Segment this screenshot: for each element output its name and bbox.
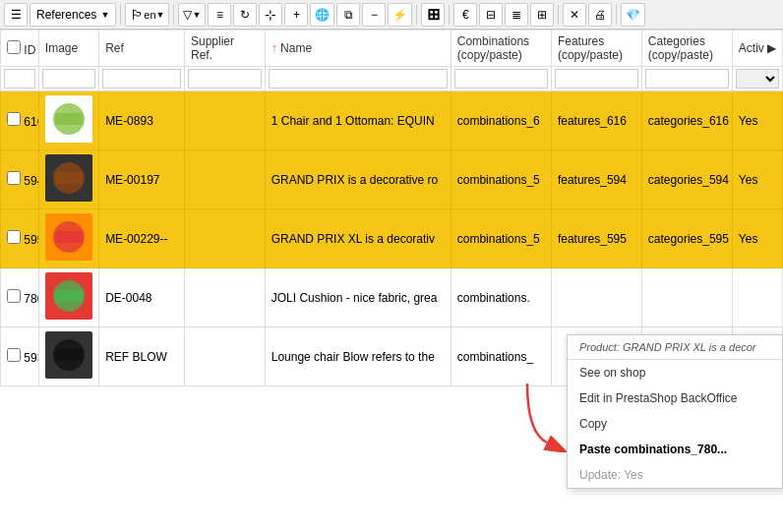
euro-button[interactable]: €	[453, 3, 477, 27]
row-id: 594	[24, 174, 38, 188]
cell-supplier-ref	[184, 150, 265, 209]
filter-feat-input[interactable]	[555, 69, 638, 89]
cell-features: features_616	[551, 91, 641, 150]
cursor-icon: ⊹	[265, 7, 276, 23]
context-menu-item-3[interactable]: Paste combinations_780...	[568, 437, 782, 462]
cell-active: Yes	[732, 209, 782, 268]
row-checkbox[interactable]	[7, 171, 21, 185]
sep3	[416, 5, 417, 25]
row-checkbox[interactable]	[7, 230, 21, 244]
col-header-supplier-ref[interactable]: Supplier Ref.	[184, 30, 265, 67]
col-header-features[interactable]: Features (copy/paste)	[551, 30, 641, 67]
product-thumbnail	[45, 154, 92, 202]
row-checkbox[interactable]	[7, 289, 21, 303]
col-header-combinations[interactable]: Combinations (copy/paste)	[451, 30, 551, 67]
sep4	[449, 5, 450, 25]
grid-add-button[interactable]: ⊞	[421, 3, 445, 27]
filter-arrow: ▼	[192, 10, 201, 20]
row-id: 593	[24, 351, 38, 365]
cell-ref: ME-00229--	[99, 209, 185, 268]
sort-asc-icon: ↑	[271, 41, 280, 55]
context-menu-item-1[interactable]: Edit in PrestaShop BackOffice	[568, 385, 782, 411]
gem-button[interactable]: 💎	[621, 3, 645, 27]
add-button[interactable]: +	[284, 3, 308, 27]
table-button[interactable]: ⊟	[479, 3, 503, 27]
lang-label: en	[144, 9, 155, 21]
col-header-image[interactable]: Image	[38, 30, 98, 67]
list-button[interactable]: ≣	[505, 3, 528, 27]
flag-button[interactable]: 🏳 en ▼	[125, 3, 169, 27]
filter-active-select[interactable]	[736, 69, 779, 89]
cell-name: GRAND PRIX is a decorative ro	[265, 150, 451, 209]
cell-ref: REF BLOW	[99, 327, 185, 386]
cell-name: Lounge chair Blow refers to the	[265, 327, 451, 386]
filter2-button[interactable]: ≡	[208, 3, 231, 27]
copy-button[interactable]: ⧉	[336, 3, 360, 27]
cell-supplier-ref	[184, 91, 265, 150]
select-all-checkbox[interactable]	[7, 40, 21, 54]
minus-button[interactable]: −	[362, 3, 386, 27]
references-dropdown[interactable]: References ▼	[30, 3, 116, 27]
row-checkbox[interactable]	[7, 348, 21, 362]
col-header-name[interactable]: ↑ Name	[265, 30, 451, 67]
filter-cat-input[interactable]	[645, 69, 729, 89]
svg-rect-11	[55, 290, 83, 302]
col-header-id[interactable]: ID	[1, 30, 39, 67]
menu-button[interactable]: ☰	[4, 3, 28, 27]
svg-rect-14	[55, 349, 83, 361]
select-button[interactable]: ⊹	[259, 3, 282, 27]
cell-combinations: combinations_5	[451, 150, 551, 209]
cell-name: JOLI Cushion - nice fabric, grea	[265, 268, 451, 327]
product-image	[45, 154, 92, 202]
cell-categories: categories_595	[641, 209, 732, 268]
col-scroll-right[interactable]: ▶	[767, 41, 776, 55]
lightning-button[interactable]: ⚡	[388, 3, 412, 27]
svg-rect-5	[55, 172, 83, 184]
row-checkbox[interactable]	[7, 112, 21, 126]
product-thumbnail	[45, 331, 92, 379]
filter-comb-input[interactable]	[454, 69, 548, 89]
cell-combinations: combinations_	[451, 327, 551, 386]
product-thumbnail	[45, 213, 92, 261]
cell-combinations: combinations_6	[451, 91, 551, 150]
table-container: ID Image Ref Supplier Ref. ↑ Name Combin…	[0, 30, 783, 532]
col-header-active[interactable]: Activ ▶	[732, 30, 782, 67]
refresh-button[interactable]: ↻	[233, 3, 257, 27]
filter-name-input[interactable]	[269, 69, 448, 89]
cell-categories	[641, 268, 732, 327]
table-row[interactable]: 595 ME-00229--GRAND PRIX XL is a decorat…	[1, 209, 783, 268]
cell-image	[38, 209, 98, 268]
context-menu-item-0[interactable]: See on shop	[568, 360, 782, 385]
sep2	[173, 5, 174, 25]
globe-button[interactable]: 🌐	[310, 3, 334, 27]
cell-ref: DE-0048	[99, 268, 185, 327]
sep5	[558, 5, 559, 25]
filter-button[interactable]: ▽ ▼	[178, 3, 206, 27]
cell-ref: ME-00197	[99, 150, 185, 209]
cell-image	[38, 268, 98, 327]
cell-id: 594	[1, 150, 39, 209]
table-row[interactable]: 594 ME-00197GRAND PRIX is a decorative r…	[1, 150, 783, 209]
filter-icon: ▽	[183, 8, 192, 22]
filter-supref-cell	[184, 67, 265, 91]
row-id: 595	[24, 233, 38, 247]
cell-id: 595	[1, 209, 39, 268]
col-header-ref[interactable]: Ref	[99, 30, 185, 67]
cell-categories: categories_594	[641, 150, 732, 209]
filter-img-input[interactable]	[42, 69, 95, 89]
filter-feat-cell	[551, 67, 641, 91]
context-menu-item-2[interactable]: Copy	[568, 411, 782, 437]
table-row[interactable]: 780 DE-0048JOLI Cushion - nice fabric, g…	[1, 268, 783, 327]
print-button[interactable]: 🖨	[588, 3, 612, 27]
filter-supref-input[interactable]	[188, 69, 262, 89]
cross-button[interactable]: ✕	[563, 3, 586, 27]
filter-ref-input[interactable]	[102, 69, 181, 89]
cell-categories: categories_616	[641, 91, 732, 150]
cols-button[interactable]: ⊞	[530, 3, 554, 27]
cell-supplier-ref	[184, 268, 265, 327]
table-row[interactable]: 616 ME-08931 Chair and 1 Ottoman: EQUINc…	[1, 91, 783, 150]
filter-id-input[interactable]	[4, 69, 35, 89]
product-thumbnail	[45, 95, 92, 143]
col-header-categories[interactable]: Categories (copy/paste)	[641, 30, 732, 67]
filter-active-cell	[732, 67, 782, 91]
